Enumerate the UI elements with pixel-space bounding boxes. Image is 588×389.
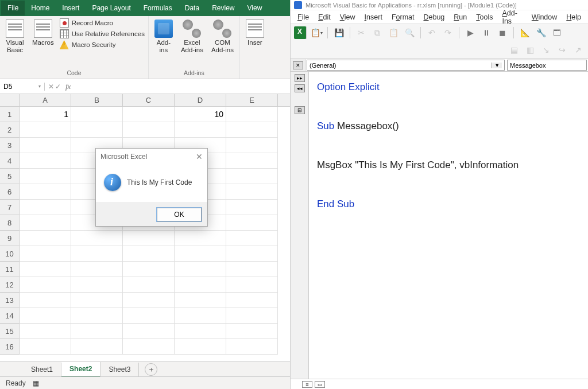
cell[interactable]	[20, 277, 71, 293]
name-box[interactable]: D5	[0, 83, 45, 91]
row-head[interactable]: 4	[0, 153, 20, 169]
copy-button[interactable]: ⧉	[371, 26, 384, 39]
cell[interactable]	[71, 246, 123, 262]
row-head[interactable]: 6	[0, 184, 20, 200]
object-dropdown[interactable]: (General)▼	[307, 60, 505, 71]
cell[interactable]	[71, 293, 123, 308]
tab-page-layout[interactable]: Page Layout	[86, 1, 137, 15]
cell[interactable]	[175, 122, 226, 138]
redo-button[interactable]: ↷	[442, 26, 454, 39]
cell[interactable]	[175, 246, 226, 262]
row-head[interactable]: 8	[0, 215, 20, 231]
next-bookmark-button[interactable]: ▥	[524, 44, 536, 56]
run-button[interactable]: ▶	[464, 26, 477, 39]
sheet-tab-sheet1[interactable]: Sheet1	[23, 363, 61, 376]
ok-button[interactable]: OK	[157, 208, 202, 221]
macros-button[interactable]: Macros	[30, 18, 56, 48]
break-button[interactable]: ⏸	[480, 26, 493, 39]
cell[interactable]	[123, 246, 175, 262]
cell[interactable]	[71, 277, 123, 293]
project-explorer-button[interactable]: 🔧	[535, 26, 547, 39]
formula-bar[interactable]	[74, 83, 290, 91]
vba-titlebar[interactable]: Microsoft Visual Basic for Applications …	[291, 0, 588, 10]
cell[interactable]	[226, 231, 278, 246]
cell[interactable]	[123, 277, 175, 293]
reset-button[interactable]: ◼	[496, 26, 509, 39]
row-head[interactable]: 5	[0, 169, 20, 184]
message-box-titlebar[interactable]: Microsoft Excel ✕	[96, 149, 207, 165]
menu-view[interactable]: View	[335, 11, 360, 23]
cell[interactable]	[175, 308, 226, 324]
properties-button[interactable]: 🗔	[551, 26, 563, 39]
tab-file[interactable]: File	[1, 1, 25, 15]
toggle-bookmark-button[interactable]: ▤	[508, 44, 520, 56]
row-head[interactable]: 14	[0, 308, 20, 324]
macro-recorder-status-icon[interactable]: ▦	[33, 379, 39, 387]
tab-review[interactable]: Review	[206, 1, 241, 15]
cell[interactable]	[226, 308, 278, 324]
save-button[interactable]: 💾	[332, 26, 345, 39]
menu-window[interactable]: Window	[527, 11, 562, 23]
cell[interactable]	[20, 308, 71, 324]
cell[interactable]	[226, 215, 278, 231]
row-head[interactable]: 3	[0, 138, 20, 153]
row-head[interactable]: 11	[0, 262, 20, 277]
row-head[interactable]: 13	[0, 293, 20, 308]
use-relative-references-button[interactable]: Use Relative References	[60, 29, 145, 38]
enter-formula-icon[interactable]: ✓	[55, 83, 61, 91]
col-head-d[interactable]: D	[175, 94, 226, 106]
close-panel-button[interactable]: ✕	[293, 61, 303, 69]
cell[interactable]	[226, 293, 278, 308]
cell[interactable]	[20, 262, 71, 277]
gutter-toggle-1[interactable]: ▸▸	[295, 74, 305, 82]
sheet-tab-sheet3[interactable]: Sheet3	[100, 363, 139, 376]
cancel-formula-icon[interactable]: ✕	[48, 83, 54, 91]
code-editor[interactable]: Option Explicit Sub Messagebox() MsgBox …	[309, 72, 588, 379]
design-mode-button[interactable]: 📐	[519, 26, 531, 39]
cell[interactable]	[226, 200, 278, 215]
cell[interactable]	[123, 107, 175, 122]
cell[interactable]	[20, 122, 71, 138]
tab-insert[interactable]: Insert	[56, 1, 86, 15]
cell[interactable]	[226, 246, 278, 262]
cell[interactable]	[226, 169, 278, 184]
cell[interactable]: 1	[20, 107, 71, 122]
row-head[interactable]: 12	[0, 277, 20, 293]
cell[interactable]	[226, 153, 278, 169]
view-excel-button[interactable]	[294, 26, 307, 39]
cell[interactable]	[20, 339, 71, 355]
row-head[interactable]: 9	[0, 231, 20, 246]
grid-body[interactable]: 11102345678910111213141516	[0, 107, 290, 361]
row-head[interactable]: 2	[0, 122, 20, 138]
procedure-view-tab[interactable]: ≡	[302, 381, 312, 388]
step-into-button[interactable]: ↘	[540, 44, 552, 56]
menu-debug[interactable]: Debug	[419, 11, 449, 23]
close-icon[interactable]: ✕	[196, 152, 203, 161]
menu-run[interactable]: Run	[449, 11, 471, 23]
cell[interactable]	[71, 308, 123, 324]
procedure-dropdown[interactable]: Messagebox	[507, 60, 587, 71]
menu-format[interactable]: Format	[387, 11, 419, 23]
gutter-toggle-2[interactable]: ◂◂	[295, 84, 305, 92]
cell[interactable]	[20, 293, 71, 308]
menu-edit[interactable]: Edit	[314, 11, 335, 23]
cell[interactable]	[20, 215, 71, 231]
menu-tools[interactable]: Tools	[471, 11, 497, 23]
tab-formulas[interactable]: Formulas	[137, 1, 179, 15]
cut-button[interactable]: ✂	[355, 26, 368, 39]
insert-module-button[interactable]: 📋▾	[310, 26, 323, 39]
col-head-b[interactable]: B	[71, 94, 123, 106]
col-head-a[interactable]: A	[20, 94, 71, 106]
step-over-button[interactable]: ↪	[556, 44, 568, 56]
tab-home[interactable]: Home	[25, 1, 56, 15]
row-head[interactable]: 7	[0, 200, 20, 215]
row-head[interactable]: 16	[0, 339, 20, 355]
col-head-c[interactable]: C	[123, 94, 175, 106]
com-addins-button[interactable]: COM Add-ins	[209, 18, 236, 55]
addins-button[interactable]: Add- ins	[152, 18, 175, 55]
cell[interactable]	[175, 231, 226, 246]
insert-controls-button[interactable]: Inser	[243, 18, 266, 48]
find-button[interactable]: 🔍	[403, 26, 416, 39]
cell[interactable]	[175, 324, 226, 339]
cell[interactable]	[123, 293, 175, 308]
